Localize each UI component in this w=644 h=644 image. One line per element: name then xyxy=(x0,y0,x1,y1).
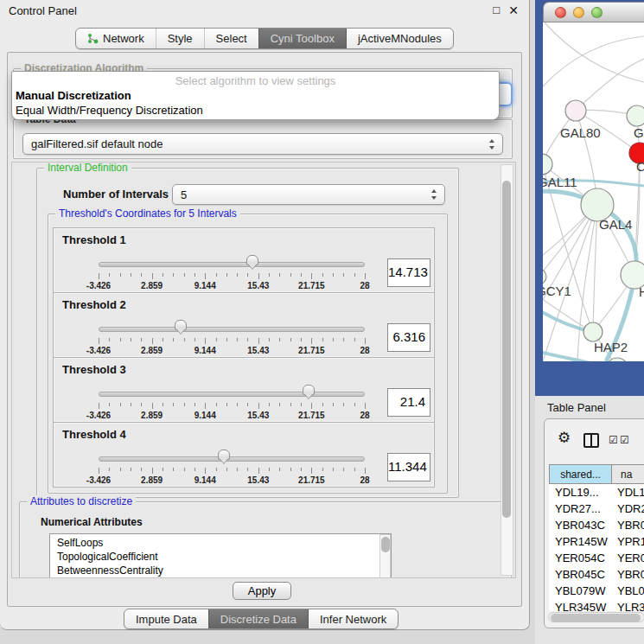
apply-button[interactable]: Apply xyxy=(233,582,291,600)
algorithm-dropdown-popup: Select algorithm to view settings Manual… xyxy=(11,71,500,120)
column-header-shared-name[interactable]: shared... xyxy=(549,464,612,484)
tick-label: 28 xyxy=(343,411,386,420)
network-canvas[interactable]: GAL80GACGAL11GAL4GCY1HHAP2 xyxy=(543,22,644,361)
cell-name: YPR1 xyxy=(617,535,644,548)
dropdown-option-manual-discretization[interactable]: Manual Discretization xyxy=(16,89,495,102)
split-columns-icon[interactable] xyxy=(583,433,599,448)
settings-scrollbar[interactable] xyxy=(501,164,513,576)
table-panel-title: Table Panel xyxy=(547,401,606,414)
thresholds-group: Threshold's Coordinates for 5 Intervals … xyxy=(48,214,448,494)
slider-track[interactable] xyxy=(99,262,365,267)
combo-arrows-icon xyxy=(489,139,495,150)
table-row[interactable]: YER054CYER0 xyxy=(549,550,644,566)
attributes-group: Attributes to discretize Numerical Attri… xyxy=(19,501,512,578)
checkbox-icon[interactable]: ☑ xyxy=(609,435,618,445)
tab-cyni-toolbox[interactable]: Cyni Toolbox xyxy=(258,29,346,48)
table-row[interactable]: YBR045CYBR0 xyxy=(549,566,644,583)
tick-mark xyxy=(247,403,248,406)
slider-thumb[interactable] xyxy=(246,255,258,265)
attribute-list-item[interactable]: TopologicalCoefficient xyxy=(57,550,391,564)
slider-thumb[interactable] xyxy=(175,320,187,330)
tick-mark xyxy=(120,403,121,406)
node-label: GAL4 xyxy=(599,217,632,232)
tick-label: 28 xyxy=(343,475,386,485)
tick-label: 28 xyxy=(343,281,386,290)
control-panel-titlebar: Control Panel □ ✕ xyxy=(0,0,529,24)
dropdown-placeholder: Select algorithm to view settings xyxy=(12,74,499,87)
tab-impute-data[interactable]: Impute Data xyxy=(124,609,208,628)
node-label: HAP2 xyxy=(594,340,628,354)
attribute-list-item[interactable]: SelfLoops xyxy=(57,536,391,550)
tick-mark xyxy=(365,338,366,344)
attribute-list-item[interactable]: BetweennessCentrality xyxy=(57,564,391,577)
tab-select[interactable]: Select xyxy=(204,29,258,48)
table-data-group: Table Data galFiltered.sif default node xyxy=(13,119,513,159)
threshold-label: Threshold 4 xyxy=(62,428,126,441)
dropdown-option-equal-width-frequency[interactable]: Equal Width/Frequency Discretization xyxy=(16,104,495,117)
gear-icon[interactable]: ⚙ xyxy=(558,430,571,445)
table-row[interactable]: YPR145WYPR1 xyxy=(549,533,644,550)
slider-track[interactable] xyxy=(99,392,365,397)
tick-mark xyxy=(279,338,280,341)
threshold-value-field[interactable]: 21.4 xyxy=(387,388,430,417)
tab-discretize-data[interactable]: Discretize Data xyxy=(208,609,308,628)
tick-mark xyxy=(365,468,366,474)
tick-mark xyxy=(301,338,302,341)
table-row[interactable]: YDR27...YDR2 xyxy=(549,501,644,517)
tick-mark xyxy=(120,338,121,341)
tab-infer-network[interactable]: Infer Network xyxy=(308,609,398,628)
network-node[interactable] xyxy=(583,322,603,341)
tick-mark xyxy=(163,403,163,406)
tick-label: -3.426 xyxy=(77,346,120,355)
scrollbar-thumb[interactable] xyxy=(381,537,390,552)
table-row[interactable]: YDL19...YDL1 xyxy=(549,484,644,501)
tab-jactivemnodules[interactable]: jActiveMNodules xyxy=(346,29,453,48)
threshold-value-field[interactable]: 14.713 xyxy=(387,258,430,287)
table-row[interactable]: YBR043CYBR0 xyxy=(549,517,644,533)
scrollbar-thumb[interactable] xyxy=(551,614,641,622)
cell-shared-name: YBR045C xyxy=(555,568,605,581)
table-row[interactable]: YBL079WYBL0 xyxy=(549,583,644,599)
node-label: GAL80 xyxy=(560,125,601,140)
checkbox-icon[interactable]: ☑ xyxy=(620,435,629,445)
slider-thumb[interactable] xyxy=(303,385,315,395)
table-data-combobox[interactable]: galFiltered.sif default node xyxy=(22,133,503,155)
attributes-list-scrollbar[interactable] xyxy=(379,534,391,578)
interval-definition-title: Interval Definition xyxy=(44,162,131,174)
minimize-traffic-light-icon[interactable] xyxy=(573,7,584,18)
tab-network[interactable]: Network xyxy=(76,29,156,48)
network-node[interactable] xyxy=(543,269,546,284)
tick-mark xyxy=(301,273,302,277)
slider-track[interactable] xyxy=(99,456,365,462)
tick-mark xyxy=(258,403,259,409)
scrollbar-thumb[interactable] xyxy=(502,181,511,518)
tick-label: 9.144 xyxy=(183,475,226,485)
table-horizontal-scrollbar[interactable] xyxy=(548,612,644,622)
zoom-traffic-light-icon[interactable] xyxy=(591,7,603,18)
tick-mark xyxy=(99,273,99,279)
threshold-value-field[interactable]: 6.316 xyxy=(387,323,430,352)
tick-label: 15.43 xyxy=(237,411,280,420)
slider-thumb[interactable] xyxy=(218,450,230,460)
tick-mark xyxy=(343,273,344,277)
slider-track[interactable] xyxy=(99,327,365,332)
tick-mark xyxy=(205,338,206,344)
close-traffic-light-icon[interactable] xyxy=(555,7,566,18)
column-header-name[interactable]: na xyxy=(611,464,644,484)
attributes-group-title: Attributes to discretize xyxy=(27,495,136,507)
close-icon[interactable]: ✕ xyxy=(508,3,519,17)
cell-name: YER0 xyxy=(617,552,644,564)
table-row[interactable]: YLR345WYLR3 xyxy=(549,599,644,611)
tick-label: 21.715 xyxy=(290,411,333,420)
tick-label: 2.859 xyxy=(131,281,174,290)
number-of-intervals-combobox[interactable]: 5 xyxy=(172,184,445,205)
threshold-value-field[interactable]: 11.344 xyxy=(387,453,430,481)
network-node[interactable] xyxy=(565,100,586,121)
tick-label: 9.144 xyxy=(183,281,226,290)
tick-mark xyxy=(311,403,312,409)
tick-mark xyxy=(333,403,334,406)
float-window-icon[interactable]: □ xyxy=(493,3,500,16)
tab-style[interactable]: Style xyxy=(156,29,204,48)
table-panel: ⚙ ☑ ☑ shared... na YDL19...YDL1YDR27...Y… xyxy=(544,418,644,628)
network-node[interactable] xyxy=(627,105,644,126)
